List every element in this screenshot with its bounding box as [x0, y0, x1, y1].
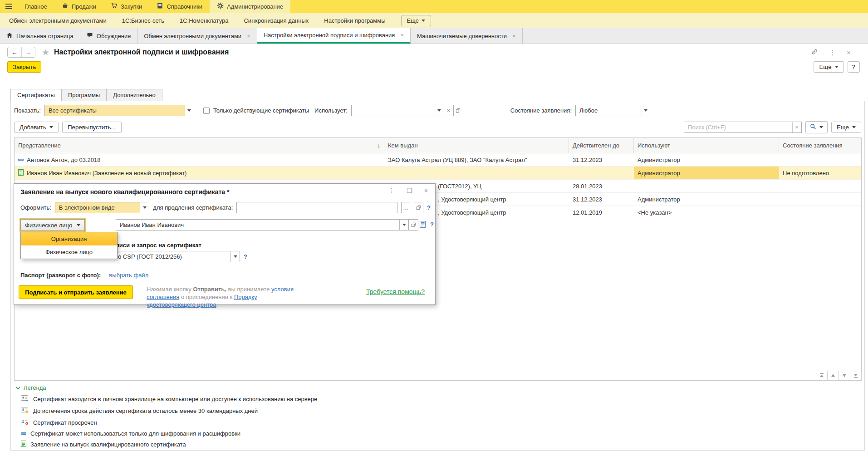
choose-file-link[interactable]: выбрать файл	[109, 272, 148, 279]
tab-edi[interactable]: Обмен электронными документами ×	[137, 28, 257, 44]
column-header-valid-until[interactable]: Действителен до	[569, 138, 634, 153]
chevron-down-icon[interactable]	[185, 105, 194, 116]
scroll-bottom-button[interactable]	[850, 371, 862, 380]
cell-valid-until[interactable]: 31.12.2023	[569, 193, 634, 206]
need-help-link[interactable]: Требуется помощь?	[366, 288, 425, 295]
close-button[interactable]: Закрыть	[7, 61, 41, 73]
cell-request-state[interactable]	[779, 180, 861, 192]
cell-request-state[interactable]: Не подготовлено	[779, 167, 861, 179]
cell-used-by[interactable]: <Не указан>	[634, 206, 779, 219]
tab-programs[interactable]: Программы	[62, 89, 107, 101]
funcbar-item-program-settings[interactable]: Настройки программы	[324, 17, 385, 24]
search-button[interactable]	[805, 121, 828, 133]
sign-and-send-button[interactable]: Подписать и отправить заявление	[19, 285, 133, 299]
favorite-star-icon[interactable]: ★	[42, 47, 49, 58]
funcbar-item-business-net[interactable]: 1С:Бизнес-сеть	[122, 17, 164, 24]
tab-discussions[interactable]: Обсуждения	[80, 28, 138, 44]
crypto-provider-combo[interactable]: о CSP (ГОСТ 2012/256)	[114, 251, 240, 262]
dialog-maximize-icon[interactable]: ❒	[407, 187, 412, 194]
table-row[interactable]: Антонов Антон, до 03.2018 ЗАО Калуга Аст…	[15, 153, 861, 167]
dialog-more-vert-icon[interactable]: ⋮	[388, 187, 395, 194]
tab-home[interactable]: Начальная страница	[0, 28, 80, 44]
funcbar-more-button[interactable]: Еще	[401, 15, 431, 26]
request-state-combo[interactable]: Любое	[575, 105, 650, 116]
dropdown-option-organization[interactable]: Организация	[21, 232, 117, 245]
chevron-down-icon[interactable]	[435, 105, 444, 116]
cell-used-by[interactable]: Администратор	[634, 153, 779, 166]
menu-item-administration[interactable]: Администрирование	[210, 0, 290, 13]
show-filter-combo[interactable]: Все сертификаты	[44, 105, 194, 116]
menu-item-purchases[interactable]: Закупки	[103, 0, 149, 13]
document-icon[interactable]	[420, 221, 426, 229]
open-icon[interactable]	[414, 202, 423, 213]
funcbar-item-edi[interactable]: Обмен электронными документами	[9, 17, 107, 24]
tab-certificates[interactable]: Сертификаты	[10, 89, 62, 101]
search-clear-icon[interactable]: ×	[792, 122, 801, 132]
owner-name-input[interactable]: Иванов Иван Иванович	[116, 219, 409, 230]
column-header-used-by[interactable]: Используют	[634, 138, 779, 153]
tab-signature-settings[interactable]: Настройки электронной подписи и шифрован…	[257, 28, 411, 44]
funcbar-item-nomenclature[interactable]: 1С:Номенклатура	[180, 17, 228, 24]
cell-name[interactable]: Иванов Иван Иванович (Заявление на новый…	[15, 167, 384, 179]
field-help-link[interactable]: ?	[427, 204, 431, 211]
open-icon[interactable]	[409, 219, 418, 230]
issue-method-combo[interactable]: В электронном виде	[55, 202, 150, 213]
field-help-link[interactable]: ?	[430, 221, 434, 228]
column-header-issued-by[interactable]: Кем выдан	[384, 138, 569, 153]
renewal-cert-input[interactable]	[236, 202, 397, 213]
cell-issued-by[interactable]	[384, 167, 569, 179]
tab-close-icon[interactable]: ×	[512, 33, 516, 39]
add-button[interactable]: Добавить	[14, 122, 59, 133]
field-help-link[interactable]: ?	[244, 253, 247, 260]
tab-additional[interactable]: Дополнительно	[107, 89, 162, 101]
menu-item-main[interactable]: Главное	[17, 0, 54, 13]
scroll-up-button[interactable]	[827, 371, 839, 380]
owner-type-dropdown-button[interactable]: Физическое лицо	[20, 219, 85, 231]
form-more-button[interactable]: Еще	[814, 61, 843, 73]
tab-close-icon[interactable]: ×	[247, 33, 250, 39]
back-button[interactable]: ←	[8, 47, 21, 57]
dropdown-option-individual[interactable]: Физическое лицо	[21, 245, 117, 259]
search-input[interactable]	[684, 122, 792, 132]
cell-request-state[interactable]	[779, 206, 861, 219]
chevron-down-icon[interactable]	[230, 251, 240, 262]
list-more-button[interactable]: Еще	[831, 122, 861, 133]
cell-valid-until[interactable]: 31.12.2023	[569, 153, 634, 166]
reissue-button[interactable]: Перевыпустить...	[62, 122, 122, 133]
chevron-down-icon[interactable]	[641, 105, 650, 116]
chevron-down-icon[interactable]	[140, 202, 149, 213]
cell-used-by[interactable]: Администратор	[634, 193, 779, 206]
scroll-down-button[interactable]	[839, 371, 850, 380]
cell-valid-until[interactable]: 12.01.2019	[569, 206, 634, 219]
more-vert-icon[interactable]: ⋮	[829, 49, 836, 56]
close-form-icon[interactable]: ×	[847, 49, 851, 56]
cell-name[interactable]: Антонов Антон, до 03.2018	[15, 153, 384, 166]
table-row-selected[interactable]: Иванов Иван Иванович (Заявление на новый…	[15, 167, 861, 180]
scroll-top-button[interactable]	[816, 371, 828, 380]
menu-item-sales[interactable]: Продажи	[54, 0, 103, 13]
column-header-request-state[interactable]: Состояние заявления	[779, 138, 861, 153]
tab-machine-readable-poa[interactable]: Машиночитаемые доверенности ×	[411, 28, 523, 44]
cell-request-state[interactable]	[779, 153, 861, 166]
legend-header[interactable]: Легенда	[15, 384, 861, 391]
forward-button[interactable]: →	[21, 47, 35, 57]
menu-item-references[interactable]: Справочники	[149, 0, 210, 13]
main-menu-button[interactable]	[0, 0, 17, 13]
funcbar-item-sync[interactable]: Синхронизация данных	[244, 17, 309, 24]
uses-open-icon[interactable]	[454, 105, 463, 116]
cell-used-by[interactable]	[634, 180, 779, 192]
link-icon[interactable]	[811, 48, 818, 56]
cell-valid-until[interactable]: 28.01.2023	[569, 180, 634, 192]
only-valid-checkbox[interactable]	[203, 108, 210, 114]
help-button[interactable]: ?	[848, 61, 860, 73]
cell-request-state[interactable]	[779, 193, 861, 206]
column-header-name[interactable]: Представление ↓	[15, 138, 384, 153]
ellipsis-button[interactable]: ...	[401, 202, 411, 213]
uses-clear-icon[interactable]: ×	[444, 105, 454, 116]
tab-close-icon[interactable]: ×	[400, 32, 404, 39]
uses-combo[interactable]	[351, 105, 444, 116]
cell-used-by-selected[interactable]: Администратор	[634, 167, 779, 179]
chevron-down-icon[interactable]	[399, 220, 408, 230]
cell-valid-until[interactable]	[569, 167, 634, 179]
cell-issued-by[interactable]: ЗАО Калуга Астрал (УЦ 889), ЗАО "Калуга …	[384, 153, 569, 166]
